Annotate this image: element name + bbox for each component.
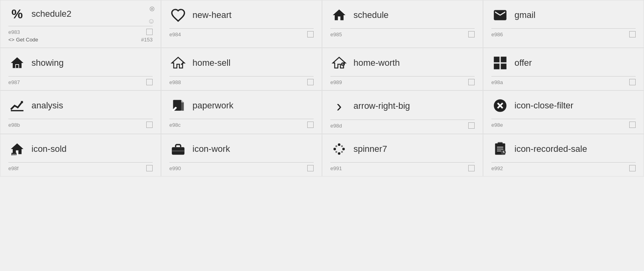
svg-rect-7 (494, 64, 499, 69)
icon-row-icon-work: icon-work (169, 141, 314, 157)
analysis-label: analysis (31, 100, 63, 111)
icon-row-icon-recorded-sale: icon-recorded-sale (491, 141, 636, 157)
copy-btn-gmail[interactable] (629, 31, 636, 37)
cell-offer: offer e98a (483, 48, 644, 90)
svg-point-25 (338, 152, 340, 155)
copy-btn-arrow-right-big[interactable] (468, 122, 475, 129)
get-code-row: <> Get Code #153 (8, 37, 153, 43)
icon-row-icon-close-filter: icon-close-filter (491, 98, 636, 113)
showing-icon (8, 55, 26, 71)
offer-label: offer (514, 58, 532, 68)
cell-showing: showing e987 (0, 48, 161, 90)
schedule2-label: schedule2 (31, 9, 71, 19)
icon-close-filter-label: icon-close-filter (514, 100, 573, 111)
schedule2-icon: % (8, 8, 26, 20)
copy-btn-showing[interactable] (146, 79, 153, 85)
icon-row-icon-sold: SOLD icon-sold (8, 141, 153, 157)
spinner7-label: spinner7 (353, 144, 387, 154)
cell-new-heart: new-heart e984 (161, 0, 322, 48)
home-worth-icon: $ (330, 55, 348, 71)
icon-recorded-sale-icon (491, 141, 509, 157)
copy-btn-spinner7[interactable] (468, 165, 475, 171)
code-gmail: e986 (491, 31, 503, 37)
svg-text:SOLD: SOLD (12, 153, 18, 156)
icon-row-gmail: gmail (491, 8, 636, 23)
home-worth-label: home-worth (353, 58, 400, 68)
icon-recorded-sale-label: icon-recorded-sale (514, 144, 587, 154)
code-row-icon-recorded-sale: e992 (491, 165, 636, 171)
cell-icon-close-filter: icon-close-filter e98e (483, 90, 644, 134)
svg-text:$: $ (342, 63, 344, 66)
copy-btn-icon-recorded-sale[interactable] (629, 165, 636, 171)
code-row-spinner7: e991 (330, 165, 475, 171)
code-analysis: e98b (8, 122, 20, 128)
showing-label: showing (31, 58, 64, 68)
icon-work-icon (169, 141, 187, 157)
code-icon-close-filter: e98e (491, 122, 503, 128)
cell-arrow-right-big: › arrow-right-big e98d (322, 90, 483, 134)
code-row-new-heart: e984 (169, 31, 314, 37)
copy-btn-schedule[interactable] (468, 31, 475, 37)
copy-btn-home-worth[interactable] (468, 79, 475, 85)
copy-btn-icon-work[interactable] (307, 165, 314, 171)
svg-point-22 (334, 148, 336, 150)
hash-badge: #153 (141, 37, 153, 43)
svg-point-23 (338, 143, 340, 146)
close-icon[interactable]: ⊗ (149, 4, 155, 13)
cell-paperwork: paperwork e98c (161, 90, 322, 134)
new-heart-label: new-heart (192, 10, 232, 20)
svg-rect-5 (494, 57, 499, 62)
icon-row-showing: showing (8, 55, 153, 71)
code-icon-sold: e98f (8, 165, 18, 171)
schedule-label: schedule (353, 10, 389, 20)
cell-home-sell: home-sell e988 (161, 48, 322, 90)
spinner7-icon (330, 141, 348, 157)
home-sell-icon (169, 55, 187, 71)
get-code-label[interactable]: Get Code (16, 37, 38, 43)
icon-grid: % schedule2 ⊗ e983 <> Get Code #153 ☺ (0, 0, 644, 177)
icon-row-home-sell: home-sell (169, 55, 314, 71)
offer-icon (491, 55, 509, 71)
icon-row-offer: offer (491, 55, 636, 71)
icon-close-filter-icon (491, 98, 509, 113)
code-icon-work: e990 (169, 165, 181, 171)
schedule-icon (330, 8, 348, 23)
paperwork-label: paperwork (192, 100, 234, 111)
copy-btn-analysis[interactable] (146, 122, 153, 128)
copy-btn-home-sell[interactable] (307, 79, 314, 85)
svg-point-26 (336, 145, 338, 147)
code-schedule: e985 (330, 31, 342, 37)
copy-btn-icon-close-filter[interactable] (629, 122, 636, 128)
code-new-heart: e984 (169, 31, 181, 37)
copy-btn-offer[interactable] (629, 79, 636, 85)
code-row-icon-sold: e98f (8, 165, 153, 171)
svg-rect-32 (498, 143, 503, 145)
code-row-analysis: e98b (8, 122, 153, 128)
code-row-icon-work: e990 (169, 165, 314, 171)
copy-btn-paperwork[interactable] (307, 122, 314, 128)
code-row-paperwork: e98c (169, 122, 314, 128)
gmail-label: gmail (514, 10, 536, 20)
paperwork-icon (169, 98, 187, 113)
svg-point-24 (342, 148, 345, 150)
code-row-schedule: e985 (330, 31, 475, 37)
code-row-gmail: e986 (491, 31, 636, 37)
cell-home-worth: $ home-worth e989 (322, 48, 483, 90)
get-code-link[interactable]: <> Get Code (8, 37, 38, 43)
icon-row-arrow-right-big: › arrow-right-big (330, 98, 475, 114)
icon-row-paperwork: paperwork (169, 98, 314, 113)
cell-schedule: schedule e985 (322, 0, 483, 48)
gmail-icon (491, 8, 509, 23)
svg-rect-1 (16, 65, 18, 68)
code-row-home-sell: e988 (169, 79, 314, 85)
code-icon-recorded-sale: e992 (491, 165, 503, 171)
svg-rect-6 (501, 57, 507, 62)
svg-marker-12 (181, 100, 184, 102)
code-showing: e987 (8, 79, 20, 85)
copy-btn-icon-sold[interactable] (146, 165, 153, 171)
icon-sold-icon: SOLD (8, 141, 26, 157)
copy-btn-new-heart[interactable] (307, 31, 314, 37)
cell-schedule2: % schedule2 ⊗ e983 <> Get Code #153 ☺ (0, 0, 161, 48)
cell-icon-recorded-sale: icon-recorded-sale e992 (483, 134, 644, 177)
copy-btn-schedule2[interactable] (146, 29, 153, 35)
